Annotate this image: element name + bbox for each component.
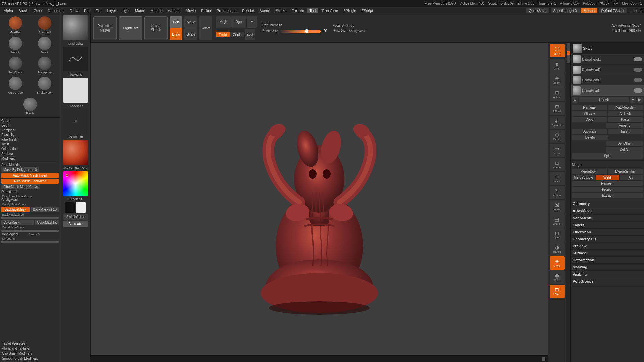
menu-zplugin[interactable]: ZPlugin	[341, 8, 358, 13]
all-low-btn[interactable]: All Low	[572, 111, 607, 116]
menu-render[interactable]: Render	[239, 8, 256, 13]
black-swatch[interactable]	[65, 202, 75, 213]
prop-curve[interactable]: Curve	[1, 119, 59, 123]
deformation-section[interactable]: Deformation	[571, 257, 644, 264]
draw-btn[interactable]: Draw	[170, 28, 182, 40]
solo-btn[interactable]: ◉ Solo	[550, 270, 565, 284]
prop-twist[interactable]: Twist	[1, 142, 59, 146]
window-minimize[interactable]: ─	[629, 8, 632, 13]
brush-trimcurve[interactable]: TrimCurve	[1, 56, 30, 75]
freehand-thumb[interactable]	[63, 47, 88, 71]
prop-orientation[interactable]: Orientation	[1, 147, 59, 151]
subtool-demohead1[interactable]: DemoHead1	[571, 75, 644, 85]
menu-preferences[interactable]: Preferences	[214, 8, 239, 13]
menu-stroke[interactable]: Stroke	[273, 8, 289, 13]
sub-icon-4[interactable]	[567, 59, 570, 63]
prop-fibermesh[interactable]: FiberMesh	[1, 138, 59, 141]
paste-btn[interactable]: Paste	[608, 117, 643, 122]
nav-up-btn[interactable]: ▲	[572, 97, 578, 103]
zsub-btn[interactable]: Zsub	[230, 32, 244, 37]
lightbox-btn[interactable]: LightBox	[119, 16, 142, 40]
split-btn[interactable]: Split	[572, 153, 643, 159]
subtool-demohead2a[interactable]: DemoHead2	[571, 54, 644, 65]
brush-mastpen[interactable]: MastPen	[1, 15, 30, 35]
backmask-int-btn[interactable]: BackMaskInt 10	[31, 207, 59, 212]
default-zscript-btn[interactable]: DefaultZScript	[599, 8, 628, 13]
mergevisible-btn[interactable]: MergeVisible	[572, 175, 595, 180]
preview-section[interactable]: Preview	[571, 243, 644, 250]
insert-btn[interactable]: Insert	[608, 129, 643, 134]
sub-icon-2[interactable]	[567, 47, 570, 51]
geometry-section[interactable]: Geometry	[571, 200, 644, 207]
scale-btn[interactable]: Scale	[184, 28, 197, 40]
prop-depth[interactable]: Depth	[1, 124, 59, 127]
quicksave-btn[interactable]: QuickSave	[526, 8, 549, 13]
nanomesh-section[interactable]: NanoMesh	[571, 215, 644, 222]
list-all-btn[interactable]: List All	[579, 97, 629, 102]
subtool-toggle-3[interactable]	[634, 78, 642, 82]
prop-directional[interactable]: Directional	[1, 190, 59, 194]
visibility-section[interactable]: Visibility	[571, 271, 644, 278]
all-high-btn[interactable]: All High	[608, 111, 643, 116]
frame-btn[interactable]: ⊡ Frame	[550, 158, 565, 171]
append-btn[interactable]: Append	[606, 123, 643, 128]
move-view-btn[interactable]: ✥ Move	[550, 172, 565, 185]
alpha-texture-btn[interactable]: Alpha and Texture	[1, 346, 59, 351]
subtool-toggle-2[interactable]	[634, 68, 642, 72]
window-maximize[interactable]: □	[634, 8, 637, 13]
actual-btn[interactable]: ⊞ Actual	[550, 87, 565, 101]
zcut-btn[interactable]: Zcut	[245, 29, 255, 40]
mergedown-btn[interactable]: MergeDown	[572, 169, 607, 174]
mask-by-polygroups-btn[interactable]: Mask By Polygroups 0	[1, 167, 39, 172]
colormask-slider[interactable]	[1, 230, 59, 232]
geometry-hd-section[interactable]: Geometry HD	[571, 236, 644, 243]
colormask-int-btn[interactable]: ColorMaskInt	[35, 220, 59, 225]
menu-layer[interactable]: Layer	[105, 8, 119, 13]
move-btn[interactable]: Move	[184, 16, 197, 28]
brush-smooth[interactable]: Smooth	[1, 36, 30, 55]
nav-down-btn[interactable]: ▼	[630, 97, 636, 103]
clip-brush-modifiers-btn[interactable]: Clip Brush Modifiers	[1, 351, 59, 356]
menu-transform[interactable]: Transform	[319, 8, 340, 13]
switch-color-btn[interactable]: SwitchColor	[63, 214, 88, 220]
rotate-btn[interactable]: Rotate	[199, 16, 212, 40]
arraymesh-section[interactable]: ArrayMesh	[571, 207, 644, 215]
menu-macro[interactable]: Macro	[132, 8, 148, 13]
white-swatch[interactable]	[76, 202, 86, 213]
menu-stencil[interactable]: Stencil	[257, 8, 273, 13]
z-intensity-slider[interactable]	[280, 30, 321, 33]
see-through-btn[interactable]: See-through 0	[551, 8, 580, 13]
brush-curvetube[interactable]: CurveTube	[1, 76, 30, 95]
menu-movie[interactable]: Movie	[183, 8, 198, 13]
auto-reorder-btn[interactable]: AutoReorder	[608, 105, 643, 110]
sub-icon-3[interactable]	[567, 55, 570, 59]
menu-draw[interactable]: Draw	[67, 8, 81, 13]
transp-btn[interactable]: ◑ Transp	[550, 242, 565, 256]
auto-mask-mesh-insert-btn[interactable]: Auto Mask Mesh Insert	[1, 173, 59, 178]
quick-sketch-btn[interactable]: QuickSketch	[144, 16, 168, 40]
fibermesh-section[interactable]: FiberMesh	[571, 229, 644, 236]
sub-icon-orange[interactable]	[567, 51, 570, 55]
mergesimilar-btn[interactable]: MergeSimilar	[608, 169, 643, 174]
remesh-btn[interactable]: Remesh	[572, 181, 643, 186]
prop-elasticity[interactable]: Elasticity	[1, 133, 59, 137]
grad-alpha-thumb[interactable]	[63, 15, 88, 40]
weld-btn[interactable]: Weld	[596, 175, 619, 180]
tablet-pressure-btn[interactable]: Tablet Pressure	[1, 341, 59, 346]
copy-btn[interactable]: Copy	[572, 117, 607, 122]
sub-icon-1[interactable]	[567, 43, 570, 47]
del-other-btn[interactable]: Del Other	[606, 141, 643, 146]
brush-snakehook[interactable]: SnakeHook	[31, 76, 59, 95]
prop-cavitymask[interactable]: CavityMask	[1, 198, 59, 202]
scale-view-btn[interactable]: ⇲ Scale	[550, 200, 565, 214]
delete-btn[interactable]: Delete	[572, 135, 608, 140]
color-spectrum[interactable]	[63, 171, 88, 196]
menu-tool[interactable]: Tool	[307, 8, 318, 13]
alternate-btn[interactable]: Alternate	[63, 221, 88, 227]
canvas-area[interactable]	[91, 43, 548, 362]
dynamic-view-btn[interactable]: ◈ Dynamic	[550, 116, 565, 129]
aahalf-btn[interactable]: ⊟ AAHalf	[550, 102, 565, 115]
auto-mask-fibermesh-btn[interactable]: Auto Mask FiberMesh	[1, 179, 59, 184]
subtool-demohead2b[interactable]: DemoHead2	[571, 65, 644, 75]
brush-move[interactable]: Move	[31, 36, 59, 55]
